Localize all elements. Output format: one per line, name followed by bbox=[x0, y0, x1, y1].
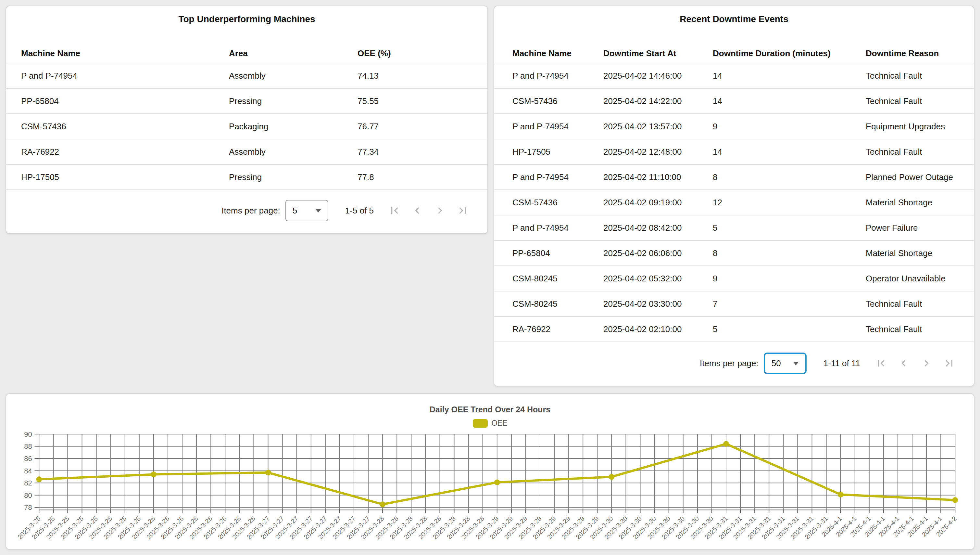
table-cell: 2025-04-02 14:46:00 bbox=[603, 71, 713, 81]
table-cell: Pressing bbox=[229, 172, 358, 182]
table-cell: RA-76922 bbox=[512, 324, 603, 334]
table-cell: 5 bbox=[713, 223, 866, 233]
table-cell: P and P-74954 bbox=[512, 223, 603, 233]
table-row: CSM-574362025-04-02 09:19:0012Material S… bbox=[494, 190, 974, 215]
table-row: CSM-802452025-04-02 05:32:009Operator Un… bbox=[494, 266, 974, 292]
table-cell: 12 bbox=[713, 197, 866, 208]
table-cell: Packaging bbox=[229, 122, 358, 132]
table-row: HP-175052025-04-02 12:48:0014Technical F… bbox=[494, 140, 974, 165]
column-header: Area bbox=[229, 48, 358, 58]
downtime-events-card: Recent Downtime Events Machine NameDownt… bbox=[494, 5, 975, 387]
first-page-button[interactable] bbox=[388, 204, 401, 217]
table-cell: 9 bbox=[713, 274, 866, 284]
table-cell: Technical Fault bbox=[866, 324, 974, 334]
table-cell: CSM-80245 bbox=[512, 299, 603, 309]
table-row: P and P-749542025-04-02 11:10:008Planned… bbox=[494, 165, 974, 190]
next-page-button[interactable] bbox=[920, 357, 933, 370]
last-page-icon bbox=[943, 357, 956, 370]
last-page-icon bbox=[456, 204, 469, 217]
table-cell: 2025-04-02 08:42:00 bbox=[603, 223, 713, 233]
paginator: Items per page: 50 1-11 of 11 bbox=[494, 348, 974, 379]
table-cell: 2025-04-02 09:19:00 bbox=[603, 197, 713, 208]
top-row: Top Underperforming Machines Machine Nam… bbox=[5, 5, 975, 387]
table-row: CSM-574362025-04-02 14:22:0014Technical … bbox=[494, 89, 974, 114]
table-cell: Assembly bbox=[229, 71, 358, 81]
column-header: OEE (%) bbox=[358, 48, 488, 58]
table-cell: Assembly bbox=[229, 147, 358, 157]
items-per-page-value: 5 bbox=[293, 206, 297, 216]
table-cell: CSM-57436 bbox=[512, 197, 603, 208]
table-cell: PP-65804 bbox=[512, 248, 603, 258]
table-row: P and P-749542025-04-02 08:42:005Power F… bbox=[494, 215, 974, 241]
card-title: Top Underperforming Machines bbox=[6, 14, 488, 24]
table-cell: P and P-74954 bbox=[512, 71, 603, 81]
table-cell: 2025-04-02 06:06:00 bbox=[603, 248, 713, 258]
chart-title: Daily OEE Trend Over 24 Hours bbox=[6, 405, 974, 414]
table-cell: Operator Unavailable bbox=[866, 274, 974, 284]
svg-text:86: 86 bbox=[24, 455, 32, 463]
next-page-button[interactable] bbox=[433, 204, 446, 217]
table-cell: HP-17505 bbox=[21, 172, 229, 182]
table-cell: 74.13 bbox=[358, 71, 488, 81]
paginator: Items per page: 5 1-5 of 5 bbox=[6, 195, 488, 226]
chevron-left-icon bbox=[897, 357, 910, 370]
table-cell: 2025-04-02 05:32:00 bbox=[603, 274, 713, 284]
table-cell: P and P-74954 bbox=[512, 122, 603, 132]
table-cell: 5 bbox=[713, 324, 866, 334]
downtime-table: Machine NameDowntime Start AtDowntime Du… bbox=[494, 24, 974, 342]
table-cell: HP-17505 bbox=[512, 147, 603, 157]
table-cell: 2025-04-02 03:30:00 bbox=[603, 299, 713, 309]
table-row: CSM-802452025-04-02 03:30:007Technical F… bbox=[494, 292, 974, 317]
table-cell: Technical Fault bbox=[866, 147, 974, 157]
table-cell: PP-65804 bbox=[21, 96, 229, 106]
table-cell: 75.55 bbox=[358, 96, 488, 106]
table-cell: P and P-74954 bbox=[21, 71, 229, 81]
table-cell: CSM-57436 bbox=[512, 96, 603, 106]
table-cell: 77.8 bbox=[358, 172, 488, 182]
table-cell: Technical Fault bbox=[866, 96, 974, 106]
previous-page-button[interactable] bbox=[897, 357, 910, 370]
legend-label: OEE bbox=[492, 419, 508, 428]
page-range-label: 1-11 of 11 bbox=[823, 358, 860, 369]
chevron-right-icon bbox=[920, 357, 933, 370]
table-cell: 8 bbox=[713, 248, 866, 258]
table-cell: Pressing bbox=[229, 96, 358, 106]
svg-text:82: 82 bbox=[24, 479, 32, 487]
table-cell: Equipment Upgrades bbox=[866, 122, 974, 132]
last-page-button[interactable] bbox=[456, 204, 469, 217]
table-cell: 14 bbox=[713, 96, 866, 106]
table-cell: 76.77 bbox=[358, 122, 488, 132]
table-cell: Planned Power Outage bbox=[866, 172, 974, 182]
table-body: P and P-749542025-04-02 14:46:0014Techni… bbox=[494, 63, 974, 342]
svg-text:90: 90 bbox=[24, 431, 32, 438]
svg-text:88: 88 bbox=[24, 442, 32, 451]
column-header: Downtime Start At bbox=[603, 48, 713, 58]
table-cell: Technical Fault bbox=[866, 71, 974, 81]
table-cell: 2025-04-02 02:10:00 bbox=[603, 324, 713, 334]
items-per-page-select[interactable]: 50 bbox=[764, 353, 807, 374]
first-page-button[interactable] bbox=[874, 357, 887, 370]
pagination-controls bbox=[874, 357, 956, 370]
underperforming-machines-card: Top Underperforming Machines Machine Nam… bbox=[5, 5, 488, 234]
items-per-page-select[interactable]: 5 bbox=[285, 200, 328, 221]
table-cell: RA-76922 bbox=[21, 147, 229, 157]
table-row: HP-17505Pressing77.8 bbox=[6, 165, 488, 190]
svg-text:84: 84 bbox=[24, 467, 32, 475]
table-row: PP-658042025-04-02 06:06:008Material Sho… bbox=[494, 241, 974, 266]
table-cell: 2025-04-02 12:48:00 bbox=[603, 147, 713, 157]
caret-down-icon bbox=[793, 362, 799, 365]
previous-page-button[interactable] bbox=[411, 204, 424, 217]
svg-text:78: 78 bbox=[24, 503, 32, 512]
pagination-controls bbox=[388, 204, 469, 217]
table-header-row: Machine NameAreaOEE (%) bbox=[6, 44, 488, 63]
items-per-page-label: Items per page: bbox=[221, 206, 280, 216]
chart-legend[interactable]: OEE bbox=[6, 419, 974, 428]
table-row: RA-76922Assembly77.34 bbox=[6, 140, 488, 165]
table-cell: Technical Fault bbox=[866, 299, 974, 309]
table-cell: 77.34 bbox=[358, 147, 488, 157]
chevron-left-icon bbox=[411, 204, 424, 217]
legend-swatch bbox=[473, 419, 488, 428]
column-header: Machine Name bbox=[512, 48, 603, 58]
oee-trend-chart-card: Daily OEE Trend Over 24 Hours OEE 788082… bbox=[5, 393, 975, 550]
last-page-button[interactable] bbox=[943, 357, 956, 370]
